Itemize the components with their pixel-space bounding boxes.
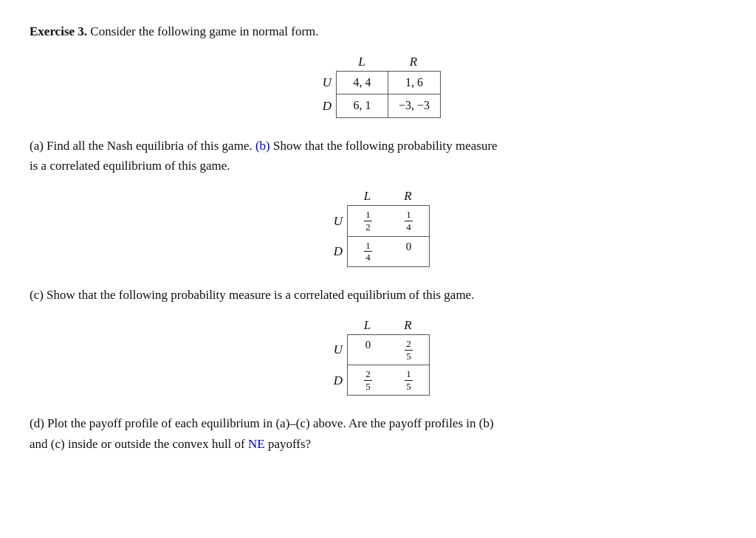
table2-cells-U: 12 14: [347, 205, 430, 235]
part-c-label: (c) Show that the following probability …: [30, 288, 474, 302]
table1-col-L: L: [336, 55, 388, 71]
table2-label-U: U: [326, 215, 347, 227]
table2-label-D: D: [326, 245, 347, 258]
part-c-text: (c) Show that the following probability …: [30, 285, 726, 305]
table2-matrix: L R U 12 14 D 14: [326, 189, 430, 266]
table1-cell-DL: 6, 1: [337, 94, 388, 117]
table3-row-U: U 0 25: [326, 334, 430, 365]
table1-matrix: L R U 4, 4 1, 6 D 6, 1 −3, −3: [315, 55, 441, 119]
part-d-ne: NE: [248, 437, 265, 451]
table1-header-row: L R: [336, 55, 441, 71]
table2-cell-DL: 14: [348, 237, 388, 266]
table2-cell-UL: 12: [348, 206, 388, 235]
table3-col-R: R: [388, 318, 428, 334]
part-a-label: (a) Find all the Nash equilibria of this…: [30, 139, 255, 153]
table1-cell-UL: 4, 4: [337, 72, 388, 94]
table3-label-U: U: [326, 343, 347, 356]
frac-2-5-ur: 25: [405, 338, 413, 362]
frac-1-4-dl: 14: [364, 240, 372, 263]
table2-row-D: D 14 0: [326, 236, 430, 267]
table3-cell-UR: 25: [388, 335, 429, 365]
frac-1-2: 12: [364, 209, 372, 232]
table2-header-row: L R: [347, 189, 430, 205]
exercise-title-text: Consider the following game in normal fo…: [87, 24, 319, 38]
table2-row-U: U 12 14: [326, 205, 430, 235]
table1-row-D: D 6, 1 −3, −3: [315, 94, 441, 118]
table2-body: U 12 14 D 14 0: [326, 205, 430, 266]
table2-col-L: L: [347, 189, 388, 205]
table3-label-D: D: [326, 374, 347, 387]
table3-cells-D: 25 15: [347, 365, 430, 396]
table3-matrix: L R U 0 25 D 25 15: [326, 318, 430, 396]
table3-row-D: D 25 15: [326, 365, 430, 396]
table1-label-D: D: [315, 100, 336, 112]
table2-container: L R U 12 14 D 14: [30, 189, 726, 266]
table1-cell-DR: −3, −3: [388, 94, 440, 117]
part-d-line1: (d) Plot the payoff profile of each equi…: [30, 416, 494, 430]
part-d-line2-post: payoffs?: [265, 437, 311, 451]
exercise-title-bold: Exercise 3.: [30, 24, 87, 38]
table3-col-L: L: [347, 318, 388, 334]
table3-body: U 0 25 D 25 15: [326, 334, 430, 396]
part-ab-text: (a) Find all the Nash equilibria of this…: [30, 136, 726, 176]
table1-cells-U: 4, 4 1, 6: [336, 71, 441, 94]
table3-header-row: L R: [347, 318, 430, 334]
table3-cells-U: 0 25: [347, 334, 430, 365]
table2-cells-D: 14 0: [347, 236, 430, 267]
part-b-label: (b): [255, 139, 270, 153]
table1-col-R: R: [388, 55, 439, 71]
table3-container: L R U 0 25 D 25 15: [30, 318, 726, 396]
table2-cell-UR: 14: [388, 206, 429, 235]
table3-cell-UL: 0: [348, 335, 388, 365]
table1-body: U 4, 4 1, 6 D 6, 1 −3, −3: [315, 71, 441, 119]
table2-col-R: R: [388, 189, 428, 205]
table1-label-U: U: [315, 76, 336, 89]
table1-cells-D: 6, 1 −3, −3: [336, 94, 441, 118]
frac-2-5-dl: 25: [364, 368, 372, 392]
frac-1-5-dr: 15: [405, 368, 413, 392]
table3-cell-DR: 15: [388, 365, 429, 395]
part-d-line2-pre: and (c) inside or outside the convex hul…: [30, 437, 248, 451]
table1-row-U: U 4, 4 1, 6: [315, 71, 441, 94]
table2-cell-DR: 0: [388, 237, 429, 266]
part-d-text: (d) Plot the payoff profile of each equi…: [30, 413, 726, 453]
frac-1-4-ur: 14: [405, 209, 413, 232]
table1-cell-UR: 1, 6: [388, 72, 440, 94]
exercise-title: Exercise 3. Consider the following game …: [30, 22, 726, 41]
table3-cell-DL: 25: [348, 365, 388, 395]
table1-container: L R U 4, 4 1, 6 D 6, 1 −3, −3: [30, 55, 726, 119]
